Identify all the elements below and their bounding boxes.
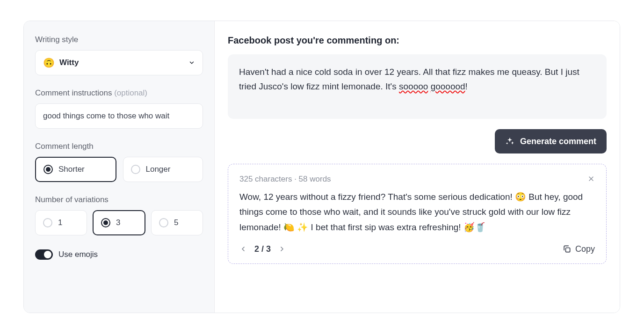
dropdown-left: 🙃 Witty: [43, 57, 79, 68]
result-card: 325 characters · 58 words Wow, 12 years …: [228, 164, 607, 264]
pager: 2 / 3: [239, 244, 286, 254]
length-options: Shorter Longer: [35, 157, 203, 182]
pager-total: 3: [266, 244, 271, 254]
generate-button[interactable]: Generate comment: [495, 129, 607, 153]
chevron-down-icon: [188, 59, 195, 66]
copy-button[interactable]: Copy: [562, 244, 595, 254]
length-option-label: Shorter: [58, 165, 85, 174]
variations-option-5[interactable]: 5: [151, 210, 203, 235]
pager-prev[interactable]: [239, 245, 247, 253]
spellcheck-word: sooooo: [399, 81, 428, 91]
radio-icon: [131, 165, 140, 174]
pager-next[interactable]: [278, 245, 286, 253]
variations-option-label: 5: [174, 218, 178, 227]
result-meta: 325 characters · 58 words: [239, 175, 331, 184]
radio-icon: [43, 218, 52, 227]
emojis-toggle[interactable]: [35, 249, 53, 260]
instructions-label-text: Comment instructions: [35, 88, 114, 97]
pager-count: 2 / 3: [254, 244, 271, 254]
variations-options: 1 3 5: [35, 210, 203, 235]
variations-option-1[interactable]: 1: [35, 210, 87, 235]
sparkles-icon: [505, 137, 514, 146]
result-header: 325 characters · 58 words: [239, 175, 595, 184]
result-body: Wow, 12 years without a fizzy friend? Th…: [239, 190, 595, 235]
main-panel: Facebook post you're commenting on: Have…: [215, 21, 620, 313]
post-suffix: !: [465, 81, 468, 91]
variations-option-label: 3: [116, 218, 120, 227]
upside-down-face-icon: 🙃: [43, 57, 55, 68]
emojis-toggle-row: Use emojis: [35, 249, 203, 260]
variations-option-3[interactable]: 3: [93, 210, 145, 235]
pager-current: 2: [254, 244, 259, 254]
instructions-label: Comment instructions (optional): [35, 88, 203, 98]
length-option-longer[interactable]: Longer: [123, 157, 203, 182]
post-input[interactable]: Haven't had a nice cold soda in over 12 …: [228, 54, 607, 119]
app-container: Writing style 🙃 Witty Comment instructio…: [23, 21, 620, 313]
length-option-label: Longer: [146, 165, 171, 174]
instructions-input[interactable]: [35, 103, 203, 129]
optional-hint: (optional): [114, 88, 147, 97]
generate-row: Generate comment: [228, 129, 607, 153]
spellcheck-word: goooood: [431, 81, 465, 91]
main-title: Facebook post you're commenting on:: [228, 35, 607, 46]
writing-style-value: Witty: [59, 58, 79, 67]
length-option-shorter[interactable]: Shorter: [35, 157, 116, 182]
variations-option-label: 1: [58, 218, 62, 227]
svg-rect-2: [565, 248, 570, 252]
radio-icon: [159, 218, 168, 227]
copy-icon: [562, 244, 572, 254]
radio-icon: [43, 165, 53, 174]
sidebar: Writing style 🙃 Witty Comment instructio…: [24, 21, 215, 313]
emojis-toggle-label: Use emojis: [58, 250, 98, 259]
generate-button-label: Generate comment: [520, 137, 596, 146]
variations-label: Number of variations: [35, 195, 203, 205]
toggle-knob: [44, 251, 51, 258]
copy-label: Copy: [575, 244, 595, 254]
result-footer: 2 / 3 Copy: [239, 244, 595, 254]
length-label: Comment length: [35, 142, 203, 151]
writing-style-dropdown[interactable]: 🙃 Witty: [35, 50, 203, 75]
radio-icon: [101, 218, 110, 227]
close-icon[interactable]: [587, 175, 595, 184]
writing-style-label: Writing style: [35, 35, 203, 44]
